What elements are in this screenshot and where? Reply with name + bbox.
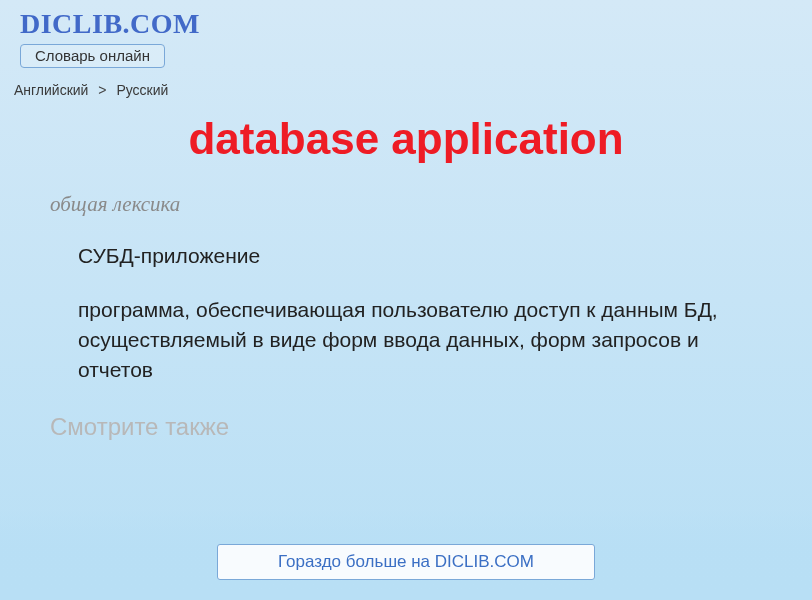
definition-text: СУБД-приложение — [78, 243, 762, 269]
see-also-heading: Смотрите также — [50, 413, 762, 441]
breadcrumb: Английский > Русский — [0, 72, 812, 102]
entry-title: database application — [0, 114, 812, 164]
description-text: программа, обеспечивающая пользователю д… — [78, 295, 762, 384]
more-link-button[interactable]: Гораздо больше на DICLIB.COM — [217, 544, 595, 580]
cta-wrapper: Гораздо больше на DICLIB.COM — [0, 544, 812, 580]
content-area: общая лексика СУБД-приложение программа,… — [0, 192, 812, 441]
breadcrumb-to[interactable]: Русский — [116, 82, 168, 98]
header: DICLIB.COM Словарь онлайн — [0, 0, 812, 72]
subtitle-box: Словарь онлайн — [20, 44, 165, 68]
site-subtitle: Словарь онлайн — [35, 47, 150, 64]
category-label: общая лексика — [50, 192, 762, 217]
site-logo[interactable]: DICLIB.COM — [20, 8, 792, 40]
breadcrumb-from[interactable]: Английский — [14, 82, 88, 98]
breadcrumb-separator: > — [98, 82, 106, 98]
